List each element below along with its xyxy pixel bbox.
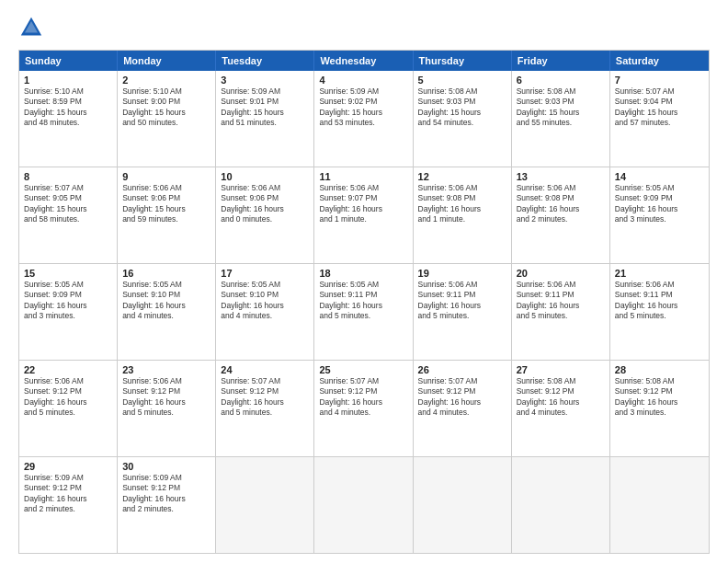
day-number: 5 xyxy=(418,75,506,86)
calendar-header-cell: Monday xyxy=(118,51,216,71)
cell-info: Sunrise: 5:07 AMSunset: 9:12 PMDaylight:… xyxy=(221,376,309,419)
cell-info: Sunrise: 5:09 AMSunset: 9:12 PMDaylight:… xyxy=(122,473,210,515)
calendar-cell: 5Sunrise: 5:08 AMSunset: 9:03 PMDaylight… xyxy=(414,71,512,167)
day-number: 1 xyxy=(24,75,112,86)
day-number: 13 xyxy=(517,171,605,182)
calendar-cell: 9Sunrise: 5:06 AMSunset: 9:06 PMDaylight… xyxy=(118,167,216,263)
calendar-cell: 16Sunrise: 5:05 AMSunset: 9:10 PMDayligh… xyxy=(118,264,216,360)
calendar-cell: 25Sunrise: 5:07 AMSunset: 9:12 PMDayligh… xyxy=(314,361,413,456)
cell-info: Sunrise: 5:06 AMSunset: 9:11 PMDaylight:… xyxy=(615,280,704,322)
day-number: 11 xyxy=(319,171,407,182)
cell-info: Sunrise: 5:06 AMSunset: 9:06 PMDaylight:… xyxy=(122,183,210,225)
calendar-cell: 27Sunrise: 5:08 AMSunset: 9:12 PMDayligh… xyxy=(512,361,610,456)
calendar-cell xyxy=(512,457,610,553)
calendar-header-cell: Sunday xyxy=(19,51,118,71)
cell-info: Sunrise: 5:10 AMSunset: 9:00 PMDaylight:… xyxy=(122,86,210,129)
cell-info: Sunrise: 5:05 AMSunset: 9:09 PMDaylight:… xyxy=(615,183,704,225)
logo xyxy=(18,15,48,40)
day-number: 16 xyxy=(122,268,210,279)
cell-info: Sunrise: 5:06 AMSunset: 9:06 PMDaylight:… xyxy=(221,183,309,225)
cell-info: Sunrise: 5:05 AMSunset: 9:10 PMDaylight:… xyxy=(122,280,210,322)
day-number: 24 xyxy=(221,364,309,375)
cell-info: Sunrise: 5:08 AMSunset: 9:03 PMDaylight:… xyxy=(418,86,506,129)
calendar-cell: 10Sunrise: 5:06 AMSunset: 9:06 PMDayligh… xyxy=(216,167,314,263)
calendar-cell xyxy=(216,457,314,553)
calendar-cell: 28Sunrise: 5:08 AMSunset: 9:12 PMDayligh… xyxy=(610,361,709,456)
cell-info: Sunrise: 5:06 AMSunset: 9:12 PMDaylight:… xyxy=(24,376,112,419)
cell-info: Sunrise: 5:05 AMSunset: 9:09 PMDaylight:… xyxy=(24,280,112,322)
day-number: 17 xyxy=(221,268,309,279)
day-number: 25 xyxy=(319,364,407,375)
calendar-cell: 3Sunrise: 5:09 AMSunset: 9:01 PMDaylight… xyxy=(216,71,314,167)
day-number: 26 xyxy=(418,364,506,375)
day-number: 14 xyxy=(615,171,704,182)
calendar-header-cell: Thursday xyxy=(414,51,512,71)
day-number: 22 xyxy=(24,364,112,375)
calendar-cell: 21Sunrise: 5:06 AMSunset: 9:11 PMDayligh… xyxy=(610,264,709,360)
day-number: 10 xyxy=(221,171,309,182)
day-number: 2 xyxy=(122,75,210,86)
cell-info: Sunrise: 5:09 AMSunset: 9:01 PMDaylight:… xyxy=(221,86,309,129)
cell-info: Sunrise: 5:05 AMSunset: 9:10 PMDaylight:… xyxy=(221,280,309,322)
day-number: 7 xyxy=(615,75,704,86)
calendar-cell: 12Sunrise: 5:06 AMSunset: 9:08 PMDayligh… xyxy=(414,167,512,263)
cell-info: Sunrise: 5:07 AMSunset: 9:12 PMDaylight:… xyxy=(418,376,506,419)
day-number: 6 xyxy=(517,75,605,86)
day-number: 4 xyxy=(319,75,407,86)
cell-info: Sunrise: 5:06 AMSunset: 9:08 PMDaylight:… xyxy=(418,183,506,225)
day-number: 8 xyxy=(24,171,112,182)
calendar-cell: 1Sunrise: 5:10 AMSunset: 8:59 PMDaylight… xyxy=(19,71,118,167)
calendar-cell: 7Sunrise: 5:07 AMSunset: 9:04 PMDaylight… xyxy=(610,71,709,167)
logo-icon xyxy=(18,15,44,40)
calendar-cell: 11Sunrise: 5:06 AMSunset: 9:07 PMDayligh… xyxy=(314,167,413,263)
calendar-cell: 15Sunrise: 5:05 AMSunset: 9:09 PMDayligh… xyxy=(19,264,118,360)
cell-info: Sunrise: 5:10 AMSunset: 8:59 PMDaylight:… xyxy=(24,86,112,129)
calendar: SundayMondayTuesdayWednesdayThursdayFrid… xyxy=(18,50,710,554)
day-number: 20 xyxy=(517,268,605,279)
cell-info: Sunrise: 5:09 AMSunset: 9:12 PMDaylight:… xyxy=(24,473,112,515)
calendar-header-cell: Friday xyxy=(512,51,610,71)
day-number: 9 xyxy=(122,171,210,182)
day-number: 23 xyxy=(122,364,210,375)
calendar-cell: 20Sunrise: 5:06 AMSunset: 9:11 PMDayligh… xyxy=(512,264,610,360)
day-number: 12 xyxy=(418,171,506,182)
calendar-cell: 14Sunrise: 5:05 AMSunset: 9:09 PMDayligh… xyxy=(610,167,709,263)
calendar-header: SundayMondayTuesdayWednesdayThursdayFrid… xyxy=(19,51,709,71)
calendar-row: 29Sunrise: 5:09 AMSunset: 9:12 PMDayligh… xyxy=(19,456,709,553)
calendar-cell xyxy=(314,457,413,553)
day-number: 19 xyxy=(418,268,506,279)
calendar-cell: 24Sunrise: 5:07 AMSunset: 9:12 PMDayligh… xyxy=(216,361,314,456)
calendar-header-cell: Wednesday xyxy=(314,51,413,71)
header xyxy=(18,15,710,40)
day-number: 3 xyxy=(221,75,309,86)
day-number: 30 xyxy=(122,461,210,472)
calendar-cell: 8Sunrise: 5:07 AMSunset: 9:05 PMDaylight… xyxy=(19,167,118,263)
cell-info: Sunrise: 5:09 AMSunset: 9:02 PMDaylight:… xyxy=(319,86,407,129)
page: SundayMondayTuesdayWednesdayThursdayFrid… xyxy=(0,0,728,563)
calendar-row: 22Sunrise: 5:06 AMSunset: 9:12 PMDayligh… xyxy=(19,360,709,456)
day-number: 21 xyxy=(615,268,704,279)
calendar-cell: 4Sunrise: 5:09 AMSunset: 9:02 PMDaylight… xyxy=(314,71,413,167)
cell-info: Sunrise: 5:07 AMSunset: 9:04 PMDaylight:… xyxy=(615,86,704,129)
calendar-cell: 19Sunrise: 5:06 AMSunset: 9:11 PMDayligh… xyxy=(414,264,512,360)
cell-info: Sunrise: 5:07 AMSunset: 9:12 PMDaylight:… xyxy=(319,376,407,419)
cell-info: Sunrise: 5:07 AMSunset: 9:05 PMDaylight:… xyxy=(24,183,112,225)
cell-info: Sunrise: 5:06 AMSunset: 9:11 PMDaylight:… xyxy=(418,280,506,322)
calendar-cell: 30Sunrise: 5:09 AMSunset: 9:12 PMDayligh… xyxy=(118,457,216,553)
calendar-row: 1Sunrise: 5:10 AMSunset: 8:59 PMDaylight… xyxy=(19,71,709,167)
cell-info: Sunrise: 5:06 AMSunset: 9:07 PMDaylight:… xyxy=(319,183,407,225)
calendar-header-cell: Saturday xyxy=(610,51,709,71)
calendar-cell: 17Sunrise: 5:05 AMSunset: 9:10 PMDayligh… xyxy=(216,264,314,360)
calendar-cell: 6Sunrise: 5:08 AMSunset: 9:03 PMDaylight… xyxy=(512,71,610,167)
calendar-cell xyxy=(414,457,512,553)
day-number: 15 xyxy=(24,268,112,279)
cell-info: Sunrise: 5:06 AMSunset: 9:08 PMDaylight:… xyxy=(517,183,605,225)
calendar-cell: 23Sunrise: 5:06 AMSunset: 9:12 PMDayligh… xyxy=(118,361,216,456)
cell-info: Sunrise: 5:08 AMSunset: 9:03 PMDaylight:… xyxy=(517,86,605,129)
calendar-cell: 2Sunrise: 5:10 AMSunset: 9:00 PMDaylight… xyxy=(118,71,216,167)
calendar-row: 15Sunrise: 5:05 AMSunset: 9:09 PMDayligh… xyxy=(19,263,709,360)
cell-info: Sunrise: 5:08 AMSunset: 9:12 PMDaylight:… xyxy=(517,376,605,419)
cell-info: Sunrise: 5:05 AMSunset: 9:11 PMDaylight:… xyxy=(319,280,407,322)
calendar-cell xyxy=(610,457,709,553)
calendar-cell: 22Sunrise: 5:06 AMSunset: 9:12 PMDayligh… xyxy=(19,361,118,456)
